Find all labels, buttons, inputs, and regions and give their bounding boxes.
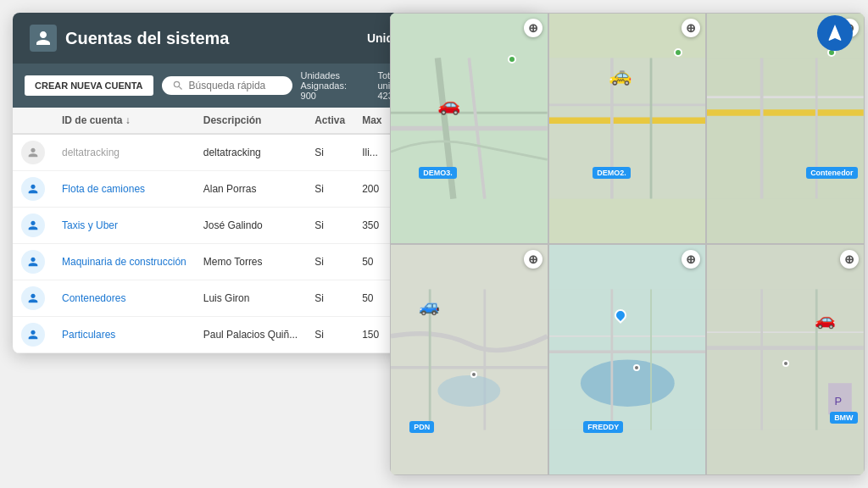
map-zoom-4[interactable]: ⊕	[524, 250, 542, 269]
row-max: 350	[353, 208, 390, 244]
row-activa: Si	[306, 317, 353, 353]
map-label-pdn: PDN	[409, 421, 434, 433]
panel-title: Cuentas del sistema	[65, 29, 229, 48]
row-icon	[21, 141, 45, 164]
vehicle-4: 🚙	[419, 296, 440, 316]
row-max: 50	[353, 244, 390, 280]
row-activa: Si	[306, 208, 353, 244]
svg-point-18	[437, 375, 500, 407]
svg-text:P: P	[835, 395, 843, 408]
map-label-contenedor: Contenedor	[806, 167, 858, 179]
person-row-icon	[26, 291, 40, 305]
search-input[interactable]	[189, 80, 282, 92]
map-zoom-1[interactable]: ⊕	[524, 19, 542, 37]
row-max: 50	[353, 280, 390, 317]
green-dot-2	[674, 48, 682, 57]
grey-dot-4	[470, 371, 477, 378]
row-id[interactable]: Maquinaria de construcción	[53, 244, 195, 280]
person-row-icon	[26, 328, 40, 341]
map-label-freddy: FREDDY	[583, 421, 623, 433]
row-icon-cell	[13, 280, 53, 317]
row-icon-cell	[13, 171, 53, 208]
col-id[interactable]: ID de cuenta ↓	[53, 108, 195, 134]
map-roads-2	[549, 14, 706, 243]
row-icon	[21, 323, 45, 347]
row-icon	[21, 250, 45, 274]
map-label-demo2: DEMO2.	[593, 167, 631, 179]
map-roads-5	[549, 245, 706, 474]
map-roads-1	[391, 14, 548, 243]
row-icon-cell	[13, 134, 53, 171]
navigation-icon[interactable]	[817, 15, 853, 51]
row-activa: Si	[306, 244, 353, 280]
row-id[interactable]: Particulares	[53, 317, 195, 353]
row-activa: Si	[306, 280, 353, 317]
col-description: Descripción	[195, 108, 306, 134]
col-icon	[13, 108, 53, 134]
row-icon	[21, 177, 45, 201]
vehicle-2: 🚕	[609, 64, 632, 86]
row-description: Luis Giron	[195, 280, 306, 317]
vehicle-6: 🚗	[815, 309, 836, 330]
row-description: deltatracking	[195, 134, 306, 171]
svg-rect-14	[391, 289, 548, 430]
row-id[interactable]: deltatracking	[53, 134, 195, 171]
green-dot-1	[508, 55, 516, 64]
row-id[interactable]: Taxis y Uber	[53, 208, 195, 244]
row-description: Memo Torres	[195, 244, 306, 280]
row-max: 200	[353, 171, 390, 208]
row-icon-cell	[13, 317, 53, 353]
row-description: Alan Porras	[195, 171, 306, 208]
person-row-icon	[26, 219, 40, 232]
map-tile-1[interactable]: ⊕ 🚗 DEMO3.	[390, 13, 548, 244]
vehicle-1: 🚗	[437, 94, 460, 116]
row-max: Ili...	[353, 134, 390, 171]
row-activa: Si	[306, 134, 353, 171]
map-tile-6[interactable]: P ⊕ 🚗 BMW	[706, 244, 865, 475]
row-description: Paul Palacios Quiñ...	[195, 317, 306, 353]
row-max: 150	[353, 317, 390, 353]
row-icon	[21, 286, 45, 310]
row-icon-cell	[13, 244, 53, 280]
map-panel: ⊕ 🚗 DEMO3. ⊕ 🚕 DEMO2. ⊕ Contenedor	[390, 13, 865, 475]
grey-dot-5	[633, 364, 640, 371]
row-activa: Si	[306, 171, 353, 208]
header-account-icon	[30, 25, 57, 52]
map-tile-2[interactable]: ⊕ 🚕 DEMO2.	[548, 13, 707, 244]
row-description: José Galindo	[195, 208, 306, 244]
grey-dot-6	[782, 360, 789, 367]
search-box	[162, 76, 292, 95]
create-account-button[interactable]: CREAR NUEVA CUENTA	[25, 75, 153, 96]
person-row-icon	[26, 255, 40, 269]
row-icon-cell	[13, 208, 53, 244]
map-roads-4	[391, 245, 548, 474]
map-label-bmw: BMW	[830, 412, 858, 424]
person-icon	[35, 30, 52, 47]
row-id[interactable]: Flota de camiones	[53, 171, 195, 208]
person-row-icon	[26, 146, 40, 159]
svg-point-20	[581, 360, 675, 407]
col-max: Max	[353, 108, 390, 134]
map-zoom-6[interactable]: ⊕	[840, 250, 859, 269]
map-tile-4[interactable]: ⊕ 🚙 PDN	[390, 244, 548, 475]
assigned-units-label: Unidades Asignadas: 900	[301, 70, 364, 101]
row-icon	[21, 214, 45, 237]
header-left: Cuentas del sistema	[30, 25, 229, 52]
col-activa: Activa	[306, 108, 353, 134]
person-row-icon	[26, 182, 40, 196]
map-label-demo3: DEMO3.	[419, 167, 457, 179]
row-id[interactable]: Contenedores	[53, 280, 195, 317]
map-tile-5[interactable]: ⊕ FREDDY	[548, 244, 707, 475]
search-icon	[172, 80, 184, 92]
compass-icon	[825, 23, 845, 43]
